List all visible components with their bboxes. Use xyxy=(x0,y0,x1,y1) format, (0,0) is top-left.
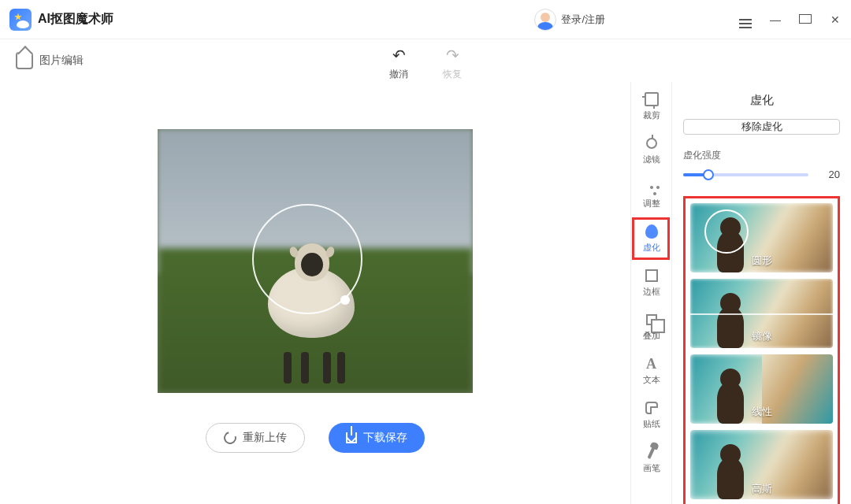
adjust-icon xyxy=(650,186,653,189)
window-controls: — ✕ xyxy=(739,10,842,28)
blur-mode-linear[interactable]: 线性 xyxy=(690,354,833,424)
text-icon: A xyxy=(646,356,656,372)
titlebar: AI抠图魔术师 登录/注册 — ✕ xyxy=(0,0,851,39)
blur-modes-highlight: 圆形 镜像 线性 高斯 xyxy=(683,196,840,504)
rail-border[interactable]: 边框 xyxy=(634,263,670,302)
home-icon xyxy=(16,52,33,69)
redo-button[interactable]: ↷ 恢复 xyxy=(443,46,462,81)
rail-brush[interactable]: 画笔 xyxy=(634,439,670,479)
blur-mode-circle[interactable]: 圆形 xyxy=(690,203,833,272)
download-button[interactable]: 下载保存 xyxy=(329,423,425,453)
rail-text[interactable]: A 文本 xyxy=(634,351,670,391)
slider-thumb[interactable] xyxy=(703,169,714,180)
rail-overlay[interactable]: 叠加 xyxy=(634,307,670,346)
maximize-button[interactable] xyxy=(799,13,812,26)
canvas-area: 重新上传 下载保存 xyxy=(0,82,630,504)
download-icon xyxy=(346,432,357,443)
slider-value: 20 xyxy=(819,169,840,180)
menu-icon[interactable] xyxy=(739,10,752,28)
remove-blur-button[interactable]: 移除虚化 xyxy=(683,119,840,135)
sticker-icon xyxy=(645,402,658,414)
rail-sticker[interactable]: 贴纸 xyxy=(634,395,670,435)
blur-mode-gaussian[interactable]: 高斯 xyxy=(690,430,833,499)
crop-icon xyxy=(645,92,659,106)
reload-icon xyxy=(221,429,239,447)
undo-icon: ↶ xyxy=(392,46,406,65)
redo-icon: ↷ xyxy=(446,46,459,65)
slider-label: 虚化强度 xyxy=(683,149,840,162)
blur-panel: 虚化 移除虚化 虚化强度 20 圆形 镜像 线性 高斯 xyxy=(671,82,851,504)
image-canvas[interactable] xyxy=(158,129,473,393)
subbar: 图片编辑 ↶ 撤消 ↷ 恢复 xyxy=(0,39,851,82)
blur-strength-slider[interactable] xyxy=(683,173,808,176)
rail-crop[interactable]: 裁剪 xyxy=(634,87,670,126)
breadcrumb-label: 图片编辑 xyxy=(39,54,84,68)
blur-mode-mirror[interactable]: 镜像 xyxy=(690,279,833,348)
panel-title: 虚化 xyxy=(683,93,840,108)
avatar[interactable] xyxy=(534,9,556,31)
filter-icon xyxy=(646,138,657,149)
rail-adjust[interactable]: 调整 xyxy=(634,175,670,214)
breadcrumb[interactable]: 图片编辑 xyxy=(16,52,84,69)
app-logo xyxy=(9,9,32,31)
blur-icon xyxy=(645,224,658,239)
login-link[interactable]: 登录/注册 xyxy=(561,13,605,27)
rail-blur[interactable]: 虚化 xyxy=(634,219,670,258)
app-title: AI抠图魔术师 xyxy=(38,11,113,28)
reupload-button[interactable]: 重新上传 xyxy=(206,423,305,453)
tool-rail: 裁剪 滤镜 调整 虚化 边框 叠加 A 文本 贴纸 画笔 xyxy=(630,82,671,504)
blur-focus-ring[interactable] xyxy=(252,204,362,314)
overlay-icon xyxy=(646,314,657,325)
close-button[interactable]: ✕ xyxy=(829,13,842,26)
main: 重新上传 下载保存 裁剪 滤镜 调整 虚化 边框 叠加 xyxy=(0,82,851,504)
rail-filter[interactable]: 滤镜 xyxy=(634,131,670,170)
brush-icon xyxy=(647,445,656,459)
border-icon xyxy=(645,269,658,282)
minimize-button[interactable]: — xyxy=(769,13,782,26)
undo-button[interactable]: ↶ 撤消 xyxy=(389,46,408,81)
